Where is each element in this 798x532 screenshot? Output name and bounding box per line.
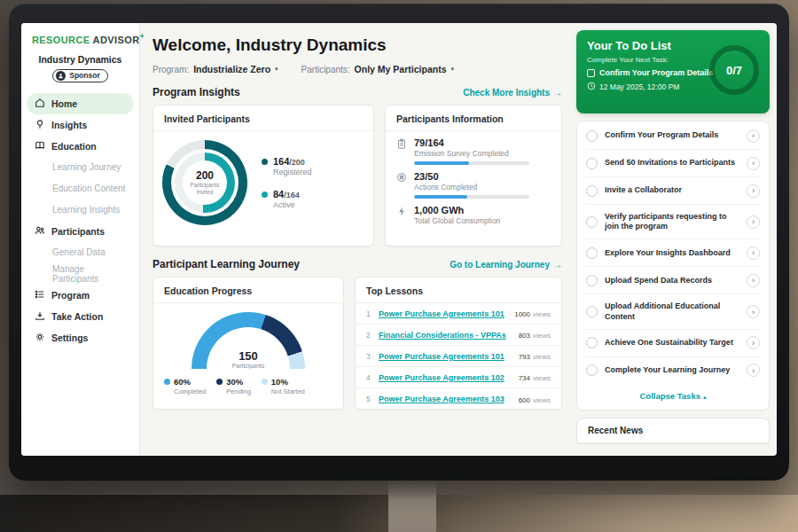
monitor-bezel: RESOURCE ADVISOR+ Industry Dynamics Spon… — [9, 4, 789, 481]
clock-icon — [587, 82, 596, 92]
book-icon — [35, 140, 45, 153]
participants-select[interactable]: Participants: Only My Participants ▾ — [301, 64, 454, 74]
page-title: Welcome, Industry Dynamics — [153, 35, 562, 55]
task-checkbox[interactable] — [586, 185, 598, 197]
invited-donut-chart: 200 Participants Invited — [162, 140, 247, 225]
task-checkbox[interactable] — [586, 216, 598, 228]
sidebar-item-education-content[interactable]: Education Content — [27, 178, 134, 200]
card-title: Participants Information — [386, 106, 561, 131]
gauge-center-label: Participants — [192, 363, 305, 369]
donut-center-label: Participants Invited — [187, 182, 223, 196]
sidebar-item-manage-participants[interactable]: Manage Participants — [27, 263, 134, 285]
learning-journey-title: Participant Learning Journey — [153, 258, 300, 270]
chevron-right-icon[interactable]: › — [747, 157, 760, 170]
chevron-right-icon[interactable]: › — [747, 336, 760, 349]
legend-item-not-started: 10% Not Started — [262, 377, 305, 395]
chevron-down-icon: ▾ — [450, 66, 454, 73]
target-icon — [396, 172, 407, 199]
lesson-link[interactable]: Power Purchase Agreements 101 — [379, 352, 505, 361]
donut-center-value: 200 — [196, 169, 214, 182]
task-checkbox[interactable] — [586, 337, 598, 348]
gauge-dot-notstarted — [262, 379, 268, 385]
task-checkbox[interactable] — [586, 275, 598, 286]
todo-panel: Your To Do List Complete Your Next Task:… — [573, 23, 777, 456]
logo-secondary: ADVISOR — [93, 35, 140, 45]
lesson-link[interactable]: Power Purchase Agreements 101 — [379, 309, 505, 318]
info-row-actions: 23/50 Actions Completed — [386, 165, 561, 199]
monitor-stand — [388, 479, 436, 532]
chevron-right-icon[interactable]: › — [747, 215, 760, 229]
chevron-right-icon[interactable]: › — [747, 274, 760, 287]
sidebar-item-learning-journey[interactable]: Learning Journey — [27, 157, 134, 178]
role-badge: Sponsor — [21, 69, 139, 82]
emission-survey-progressbar — [414, 161, 529, 165]
next-task-label: Confirm Your Program Details — [599, 68, 713, 77]
lesson-row-5[interactable]: 5 Power Purchase Agreements 103 600views — [356, 388, 561, 410]
role-badge-label: Sponsor — [69, 71, 99, 80]
todo-item-achieve-target[interactable]: Achieve One Sustainability Target › — [586, 330, 760, 357]
todo-item-invite-collaborator[interactable]: Invite a Collaborator › — [586, 177, 760, 205]
lesson-link[interactable]: Power Purchase Agreements 102 — [379, 373, 505, 382]
lesson-link[interactable]: Financial Considerations - VPPAs — [379, 331, 506, 340]
go-to-learning-journey-link[interactable]: Go to Learning Journey → — [450, 260, 562, 270]
sidebar-nav: Home Insights Education Learning Journey — [21, 93, 139, 348]
energy-icon — [396, 206, 407, 225]
todo-item-confirm-program[interactable]: Confirm Your Program Details › — [586, 122, 760, 150]
legend-item-completed: 60% Completed — [164, 377, 206, 395]
next-task-due: 12 May 2025, 12:00 PM — [599, 82, 679, 91]
lesson-row-1[interactable]: 1 Power Purchase Agreements 101 1000view… — [356, 303, 561, 325]
todo-progress-ring: 0/7 — [709, 45, 759, 95]
org-name: Industry Dynamics — [21, 54, 139, 65]
todo-item-complete-learning-journey[interactable]: Complete Your Learning Journey › — [586, 357, 760, 384]
todo-item-verify-participants[interactable]: Verify participants requesting to join t… — [586, 205, 760, 239]
sidebar-item-take-action[interactable]: Take Action — [27, 306, 134, 327]
sidebar-item-settings[interactable]: Settings — [27, 327, 134, 348]
legend-item-active: 84/164 Active — [262, 189, 312, 209]
invited-participants-card: Invited Participants 200 Participants In… — [153, 105, 374, 246]
sidebar-item-home[interactable]: Home — [27, 93, 134, 114]
logo-primary: RESOURCE — [32, 35, 90, 45]
gear-icon — [35, 332, 45, 344]
lesson-row-4[interactable]: 4 Power Purchase Agreements 102 734views — [356, 367, 561, 388]
app-logo: RESOURCE ADVISOR+ — [21, 32, 139, 45]
chevron-right-icon[interactable]: › — [747, 129, 760, 143]
todo-item-upload-spend-data[interactable]: Upload Spend Data Records › — [586, 267, 760, 294]
program-select[interactable]: Program: Industrialize Zero ▾ — [153, 64, 278, 74]
sidebar-item-education[interactable]: Education — [27, 136, 134, 157]
card-title: Invited Participants — [153, 106, 373, 131]
lightbulb-icon — [35, 119, 45, 131]
card-title: Education Progress — [153, 278, 343, 303]
task-checkbox[interactable] — [586, 130, 598, 142]
chevron-right-icon[interactable]: › — [747, 184, 760, 198]
sidebar-item-general-data[interactable]: General Data — [27, 242, 134, 263]
todo-item-explore-insights[interactable]: Explore Your Insights Dashboard › — [586, 239, 760, 267]
sidebar-item-insights[interactable]: Insights — [27, 114, 134, 136]
task-checkbox[interactable] — [586, 247, 598, 259]
task-checkbox[interactable] — [586, 158, 598, 169]
next-task-checkbox[interactable] — [587, 69, 595, 77]
legend-dot-active — [262, 192, 268, 198]
collapse-tasks-link[interactable]: Collapse Tasks▴ — [586, 384, 760, 409]
legend-item-registered: 164/200 Registered — [262, 156, 312, 176]
filter-bar: Program: Industrialize Zero ▾ Participan… — [153, 64, 562, 74]
main-content: Welcome, Industry Dynamics Program: Indu… — [140, 23, 573, 456]
chevron-right-icon[interactable]: › — [747, 246, 760, 260]
sidebar-item-participants[interactable]: Participants — [27, 221, 134, 242]
sidebar-item-program[interactable]: Program — [27, 285, 134, 306]
sidebar-item-learning-insights[interactable]: Learning Insights — [27, 200, 134, 221]
lesson-row-3[interactable]: 3 Power Purchase Agreements 101 793views — [356, 346, 561, 367]
task-checkbox[interactable] — [586, 306, 598, 317]
invited-legend: 164/200 Registered 84/164 Active — [262, 156, 312, 209]
chevron-right-icon[interactable]: › — [747, 364, 760, 377]
task-checkbox[interactable] — [586, 364, 598, 376]
lesson-row-2[interactable]: 2 Financial Considerations - VPPAs 803vi… — [356, 325, 561, 346]
lesson-link[interactable]: Power Purchase Agreements 103 — [379, 395, 505, 403]
top-lessons-card: Top Lessons 1 Power Purchase Agreements … — [355, 277, 562, 410]
program-insights-title: Program Insights — [153, 86, 240, 98]
education-progress-card: Education Progress 150 Participants — [153, 277, 344, 410]
check-more-insights-link[interactable]: Check More Insights → — [463, 88, 562, 98]
todo-item-send-invitations[interactable]: Send 50 Invitations to Participants › — [586, 150, 760, 177]
chevron-right-icon[interactable]: › — [747, 305, 760, 318]
todo-item-upload-educational-content[interactable]: Upload Additional Educational Content › — [586, 294, 760, 329]
person-icon — [56, 71, 66, 81]
